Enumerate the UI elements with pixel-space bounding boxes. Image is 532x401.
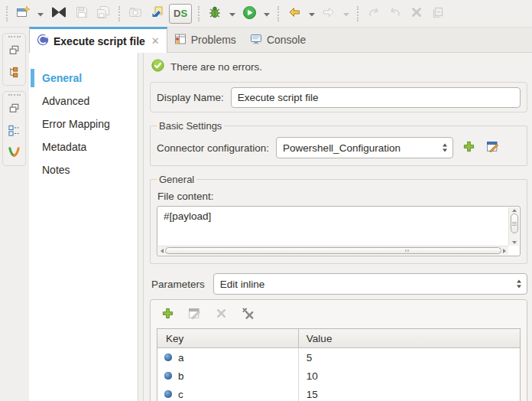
save-all-button[interactable] [94,4,112,24]
back-dropdown[interactable] [307,4,316,24]
mule-palette-button[interactable] [7,147,22,161]
redo-button[interactable] [386,4,404,24]
scroll-up-icon[interactable] [512,209,517,212]
package-explorer-button[interactable] [7,67,22,80]
run-play-icon [242,5,257,22]
camera-icon [128,5,142,21]
toolbar-separator [118,6,120,21]
outline-view-icon [8,124,21,139]
mule-logo-icon [50,6,67,21]
cell-value: 5 [299,348,520,367]
undo-button[interactable] [365,4,383,24]
scroll-right-icon[interactable] [503,249,506,253]
screenshot-button[interactable] [126,4,144,24]
parameters-mode-select[interactable]: Edit inline [213,273,527,295]
parameters-mode-value: Edit inline [220,279,265,290]
general-legend: General [157,174,196,185]
new-wizard-button[interactable] [14,4,32,24]
column-header-key[interactable]: Key [157,329,299,347]
back-button[interactable] [285,4,303,24]
tab-label: Problems [191,34,236,46]
edit-config-button[interactable] [484,139,501,156]
delete-all-x-icon [242,307,255,322]
plus-icon [161,307,174,322]
toolbar-separator [277,6,279,21]
restore-view-icon [8,44,21,59]
nav-item-error-mapping[interactable]: Error Mapping [29,112,138,135]
drag-handle[interactable] [8,94,21,96]
properties-nav: General Advanced Error Mapping Metadata … [29,53,138,401]
table-row[interactable]: a 5 [157,348,520,367]
toolbar-separator [357,6,358,21]
display-name-input[interactable] [231,87,521,108]
ds-toggle-button[interactable]: DS [169,4,192,24]
mule-palette-icon [8,146,21,161]
properties-editor: There are no errors. Display Name: Basic… [143,53,532,401]
scroll-left-icon[interactable] [161,249,164,253]
nav-label: Metadata [42,141,86,153]
restore-view-button[interactable] [7,103,22,116]
basic-settings-legend: Basic Settings [157,120,224,132]
tab-console[interactable]: Console [243,28,313,52]
edit-pencil-icon [188,307,201,322]
debug-dropdown[interactable] [227,4,237,24]
forward-arrow-icon [322,5,336,21]
debug-bug-icon [208,5,222,21]
cell-value: 10 [299,367,520,385]
close-icon[interactable]: ✕ [151,35,160,47]
parameters-panel: Key Value a 5 b 10 c 15 [150,299,527,401]
forward-button[interactable] [320,4,338,24]
cell-key: a [178,352,184,364]
parameters-table: Key Value a 5 b 10 c 15 [157,328,521,401]
status-message: There are no errors. [170,61,262,73]
show-source-button[interactable] [148,4,166,24]
drag-handle[interactable] [8,36,21,37]
toolbar-drag-handle[interactable] [6,6,8,21]
column-header-value[interactable]: Value [299,329,520,347]
nav-item-notes[interactable]: Notes [29,158,138,181]
nav-item-advanced[interactable]: Advanced [29,90,138,112]
save-all-icon [96,5,110,21]
vertical-scrollbar[interactable] [508,207,519,246]
delete-x-icon [215,307,228,322]
run-button[interactable] [240,4,258,24]
delete-all-parameters-button[interactable] [239,306,256,323]
chevron-down-icon [37,8,44,19]
nav-item-general[interactable]: General [29,67,138,90]
key-bullet-icon [164,390,172,398]
nav-item-metadata[interactable]: Metadata [29,135,138,158]
add-config-button[interactable] [460,139,477,156]
run-dropdown[interactable] [261,4,271,24]
key-bullet-icon [164,372,172,380]
outline-view-button[interactable] [7,125,22,139]
save-icon [75,5,89,21]
forward-dropdown[interactable] [341,4,351,24]
toolbar-separator [198,6,200,21]
collapse-button[interactable] [429,4,447,24]
connector-config-select[interactable]: Powershell_Configuration [276,137,453,158]
scroll-thumb[interactable] [511,214,518,233]
nav-label: Advanced [42,95,89,107]
restore-view-button[interactable] [7,44,22,58]
mule-logo-button[interactable] [48,4,70,24]
file-content-textarea[interactable]: #[payload] [157,206,521,256]
save-button[interactable] [73,4,91,24]
table-row[interactable]: c 15 [157,385,520,401]
redo-icon [388,5,402,21]
new-wizard-dropdown[interactable] [35,4,45,24]
horizontal-scrollbar[interactable] [158,246,508,255]
delete-button[interactable] [407,4,426,24]
tab-problems[interactable]: Problems [167,28,243,52]
parameters-row: Parameters Edit inline [151,273,527,295]
add-parameter-button[interactable] [159,306,176,323]
cell-key: b [178,370,184,382]
scroll-thumb[interactable] [165,247,501,254]
delete-parameter-button[interactable] [212,306,229,323]
scroll-down-icon[interactable] [512,241,517,244]
console-icon [250,33,262,47]
tab-execute-script-file[interactable]: Execute script file ✕ [29,27,167,53]
general-group: General File content: #[payload] [150,174,527,264]
debug-button[interactable] [206,4,224,24]
edit-parameter-button[interactable] [186,306,203,323]
table-row[interactable]: b 10 [157,367,520,385]
